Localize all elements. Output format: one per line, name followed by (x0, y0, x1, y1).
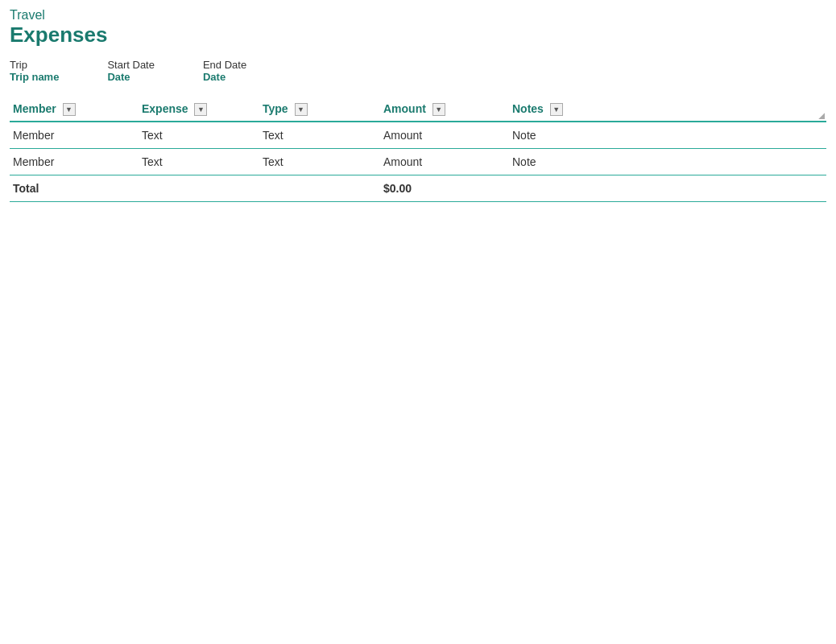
cell-type-0: Text (259, 122, 380, 149)
app-title: Travel (10, 8, 45, 22)
trip-start-date-label: Start Date (107, 59, 155, 71)
member-dropdown[interactable]: ▼ (63, 103, 76, 116)
expense-dropdown[interactable]: ▼ (194, 103, 207, 116)
expense-header-label: Expense (142, 102, 188, 115)
col-header-member: Member ▼ (10, 97, 139, 122)
amount-header-label: Amount (383, 102, 426, 115)
cell-amount-1: Amount (380, 149, 509, 175)
total-label: Total (10, 175, 139, 202)
trip-end-date-label: End Date (203, 59, 246, 71)
expense-table: Member ▼ Expense ▼ Type ▼ Amount ▼ Notes… (10, 97, 826, 202)
cell-notes-1: Note (509, 149, 826, 175)
trip-start-date-field: Start Date Date (107, 59, 155, 83)
trip-end-date-field: End Date Date (203, 59, 246, 83)
table-header-row: Member ▼ Expense ▼ Type ▼ Amount ▼ Notes… (10, 97, 826, 122)
trip-name-value: Trip name (10, 71, 59, 83)
amount-dropdown[interactable]: ▼ (432, 103, 445, 116)
col-header-notes: Notes ▼ (509, 97, 826, 122)
member-header-label: Member (13, 102, 56, 115)
cell-notes-0: Note (509, 122, 826, 149)
corner-resize-handle[interactable] (818, 113, 825, 119)
trip-name-label: Trip (10, 59, 59, 71)
trip-name-field: Trip Trip name (10, 59, 59, 83)
total-empty-1 (139, 175, 259, 202)
total-amount: $0.00 (380, 175, 509, 202)
table-row: MemberTextTextAmountNote (10, 149, 826, 175)
trip-end-date-value: Date (203, 71, 246, 83)
total-empty-2 (259, 175, 380, 202)
cell-expense-0: Text (139, 122, 259, 149)
trip-info: Trip Trip name Start Date Date End Date … (10, 59, 826, 83)
page-title: Expenses (10, 23, 826, 47)
cell-amount-0: Amount (380, 122, 509, 149)
cell-type-1: Text (259, 149, 380, 175)
total-row: Total$0.00 (10, 175, 826, 202)
table-row: MemberTextTextAmountNote (10, 122, 826, 149)
col-header-expense: Expense ▼ (139, 97, 259, 122)
notes-dropdown[interactable]: ▼ (550, 103, 563, 116)
type-header-label: Type (263, 102, 288, 115)
cell-member-0: Member (10, 122, 139, 149)
total-empty-3 (509, 175, 826, 202)
notes-header-label: Notes (512, 102, 544, 115)
col-header-type: Type ▼ (259, 97, 380, 122)
col-header-amount: Amount ▼ (380, 97, 509, 122)
type-dropdown[interactable]: ▼ (295, 103, 308, 116)
trip-start-date-value: Date (107, 71, 155, 83)
cell-expense-1: Text (139, 149, 259, 175)
cell-member-1: Member (10, 149, 139, 175)
